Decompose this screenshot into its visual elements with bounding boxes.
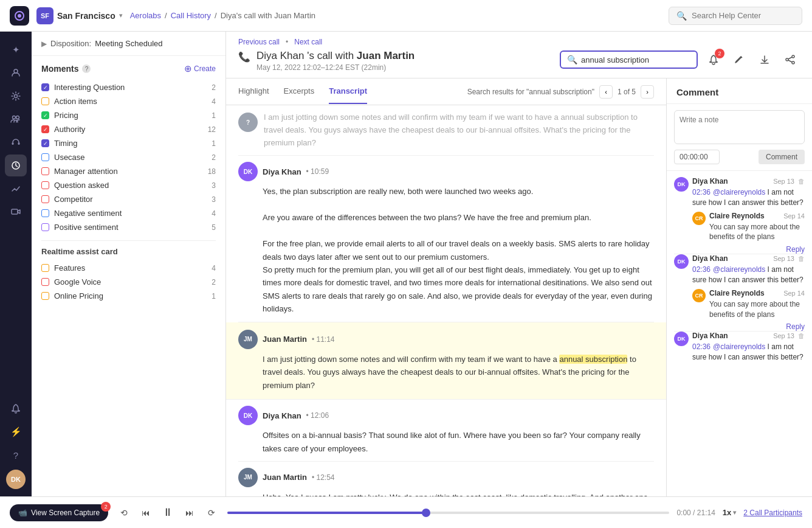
moment-count: 1 [212, 111, 216, 120]
moment-row[interactable]: Question asked 3 [41, 178, 216, 192]
progress-bar-wrap[interactable] [227, 512, 669, 514]
moment-row[interactable]: Positive sentiment 5 [41, 220, 216, 234]
comment-submit-btn[interactable]: Comment [759, 150, 805, 164]
rewind-15-btn[interactable]: ⟲ [115, 504, 132, 521]
moment-row[interactable]: ✓ Authority 12 [41, 122, 216, 136]
sidebar-icon-video[interactable] [5, 201, 27, 223]
moments-info-icon[interactable]: ? [82, 64, 91, 73]
moment-count: 4 [212, 264, 216, 273]
tab-excerpts[interactable]: Excerpts [284, 79, 315, 104]
download-button[interactable] [755, 50, 774, 69]
speed-button[interactable]: 1x ▾ [723, 508, 736, 517]
breadcrumb-call-history[interactable]: Call History [171, 11, 211, 20]
moment-checkbox: ✓ [41, 139, 49, 147]
svg-point-5 [16, 116, 19, 119]
workspace-name: San Francisco [57, 11, 115, 21]
sidebar-icon-lightning[interactable]: ⚡ [5, 421, 27, 443]
reply-date: Sep 14 [783, 290, 805, 297]
moment-row[interactable]: Google Voice 2 [41, 275, 216, 289]
moment-row[interactable]: Online Pricing 1 [41, 289, 216, 303]
content-area: Highlight Excerpts Transcript Search res… [226, 78, 812, 496]
sidebar-icon-sparkle[interactable]: ✦ [5, 39, 27, 61]
forward-15-btn[interactable]: ⟳ [203, 504, 220, 521]
comment-timestamp-link[interactable]: 02:36 [692, 265, 710, 274]
breadcrumb: Aerolabs / Call History / Diya's call wi… [130, 11, 661, 20]
moment-row[interactable]: Action items 4 [41, 94, 216, 108]
moment-label: Online Pricing [54, 291, 212, 300]
sidebar-icon-headset[interactable] [5, 131, 27, 153]
create-button[interactable]: ⊕ Create [184, 63, 216, 74]
search-help-input[interactable] [692, 11, 794, 20]
reply-btn[interactable]: Reply [786, 322, 805, 331]
add-note-button[interactable] [729, 50, 749, 69]
moment-row[interactable]: Competitor 3 [41, 192, 216, 206]
moments-title: Moments [41, 64, 78, 74]
message-sender: Juan Martin [263, 473, 307, 482]
moment-row[interactable]: ✓ Interesting Question 2 [41, 80, 216, 94]
next-result-btn[interactable]: › [641, 85, 654, 99]
notifications-button[interactable]: 2 [704, 50, 723, 69]
moment-label: Usecase [54, 153, 212, 162]
comment-timestamp-link[interactable]: 02:36 [692, 342, 710, 351]
view-capture-button[interactable]: 📹 View Screen Capture 2 [10, 504, 108, 521]
camera-icon: 📹 [18, 509, 27, 517]
comment-avatar: DK [674, 177, 689, 192]
comment-mention-link[interactable]: @clairereynolds [713, 188, 765, 196]
comment-input[interactable] [674, 110, 805, 144]
message-block: ? I am just jotting down some notes and … [238, 105, 654, 156]
moment-row[interactable]: ✓ Timing 1 [41, 136, 216, 150]
delete-icon[interactable]: 🗑 [798, 178, 805, 185]
sidebar-icon-user[interactable] [5, 62, 27, 84]
user-avatar[interactable]: DK [6, 470, 26, 489]
sidebar-icon-help[interactable]: ? [5, 444, 27, 466]
message-text: I am just jotting down some notes and wi… [238, 353, 654, 392]
svg-point-10 [792, 55, 794, 58]
prev-result-btn[interactable]: ‹ [599, 85, 613, 99]
moment-row[interactable]: Negative sentiment 4 [41, 206, 216, 220]
timestamp-input[interactable] [674, 150, 720, 164]
svg-rect-9 [12, 209, 18, 214]
sidebar-icon-settings[interactable] [5, 85, 27, 107]
reply-avatar: CR [692, 289, 706, 302]
breadcrumb-aerolabs[interactable]: Aerolabs [130, 11, 161, 20]
sidebar-icon-team[interactable] [5, 108, 27, 130]
tabs-row: Highlight Excerpts Transcript Search res… [226, 78, 666, 105]
next-call-link[interactable]: Next call [294, 38, 322, 46]
caller-name: Diya Khan [256, 50, 304, 61]
call-meta: May 12, 2022 12:02–12:24 EST (22min) [256, 63, 415, 72]
moments-section: Moments ? ⊕ Create ✓ Interesting Questio… [32, 56, 225, 496]
avatar: ? [238, 113, 258, 132]
delete-icon[interactable]: 🗑 [798, 332, 805, 339]
tab-highlight[interactable]: Highlight [238, 79, 269, 104]
comment-mention-link[interactable]: @clairereynolds [713, 342, 765, 351]
comment-timestamp-link[interactable]: 02:36 [692, 188, 710, 196]
call-search-bar[interactable]: 🔍 [560, 50, 698, 69]
section-divider [41, 240, 216, 241]
transcript-panel: Highlight Excerpts Transcript Search res… [226, 78, 666, 496]
comment-mention-link[interactable]: @clairereynolds [713, 265, 765, 274]
moment-row[interactable]: Manager attention 18 [41, 164, 216, 178]
moment-count: 2 [212, 153, 216, 162]
skip-end-btn[interactable]: ⏭ [181, 504, 198, 521]
search-help-container[interactable]: 🔍 [669, 7, 802, 25]
moment-checkbox [41, 195, 49, 203]
sidebar-icon-chart[interactable] [5, 178, 27, 200]
moment-row[interactable]: ✓ Pricing 1 [41, 108, 216, 122]
call-search-input[interactable] [581, 55, 690, 64]
reply-btn[interactable]: Reply [786, 245, 805, 254]
tab-transcript[interactable]: Transcript [329, 79, 367, 104]
skip-start-btn[interactable]: ⏮ [137, 504, 154, 521]
delete-icon[interactable]: 🗑 [798, 255, 805, 262]
previous-call-link[interactable]: Previous call [238, 38, 280, 46]
participants-button[interactable]: 2 Call Participants [743, 509, 802, 517]
comment-item: DK Diya Khan Sep 13 🗑 02:36@clairereynol… [674, 254, 805, 331]
play-pause-btn[interactable]: ⏸ [159, 504, 176, 521]
share-button[interactable] [780, 50, 800, 69]
sidebar-icon-history[interactable] [5, 155, 27, 176]
moment-row[interactable]: Features 4 [41, 261, 216, 275]
sidebar-icon-bell[interactable] [5, 398, 27, 420]
comment-title: Comment [667, 78, 812, 104]
moment-row[interactable]: Usecase 2 [41, 150, 216, 164]
workspace-selector[interactable]: SF San Francisco ▾ [36, 7, 123, 24]
phone-icon: 📞 [238, 51, 250, 63]
